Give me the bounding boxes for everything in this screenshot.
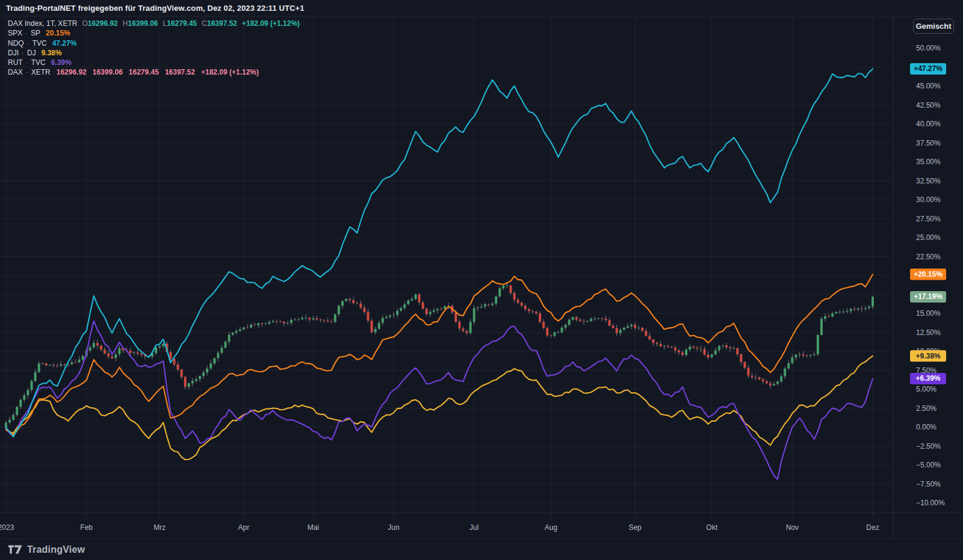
ohlc-letter: C xyxy=(202,19,207,28)
ohlc-value: 16397.52 xyxy=(207,19,237,28)
tradingview-wordmark: TradingView xyxy=(27,544,85,555)
ohlc-value: 16399.06 xyxy=(128,19,158,28)
price-tick-label: 22.50% xyxy=(916,253,941,261)
legend-row-rut[interactable]: RUT·TVC6.39% xyxy=(8,58,300,67)
price-badge-label: +20.15% xyxy=(914,270,943,278)
attribution-header: Trading-PortalNET freigegeben für Tradin… xyxy=(6,4,305,13)
percent-value: 20.15% xyxy=(46,29,70,37)
chart-canvas[interactable]: 50.00%47.50%45.00%42.50%40.00%37.50%35.0… xyxy=(0,0,963,560)
symbol-name: NDQ xyxy=(8,39,24,48)
exchange-name: SP xyxy=(31,29,40,37)
ohlc-value: 16279.45 xyxy=(129,68,159,76)
separator-dot: · xyxy=(23,68,31,76)
chart-legend: DAX Index, 1T, XETRO16296.92H16399.06L16… xyxy=(8,19,300,78)
symbol-name: SPX xyxy=(8,29,22,37)
time-tick-label: Jul xyxy=(469,523,478,532)
scale-mode-button[interactable]: Gemischt xyxy=(913,19,954,34)
price-tick-label: 30.00% xyxy=(916,195,941,204)
ohlc-value: 16279.45 xyxy=(167,19,197,28)
percent-value: 6.39% xyxy=(51,58,72,67)
legend-row-ndq[interactable]: NDQ·TVC47.27% xyxy=(8,38,300,48)
ohlc-value: 16296.92 xyxy=(57,68,87,76)
percent-value: 9.38% xyxy=(42,49,62,57)
time-tick-label: Apr xyxy=(238,523,250,532)
price-tick-label: −10.00% xyxy=(916,499,945,507)
ohlc-value: 16296.92 xyxy=(88,19,118,28)
change-value: +182.09 (+1.12%) xyxy=(242,19,300,28)
exchange-name: TVC xyxy=(33,39,47,48)
symbol-title: DAX Index, 1T, XETR xyxy=(8,19,77,28)
legend-row-spx[interactable]: SPX·SP20.15% xyxy=(8,28,300,38)
price-tick-label: 37.50% xyxy=(916,139,941,147)
price-tick-label: 5.00% xyxy=(916,385,937,393)
price-badge-label: +6.39% xyxy=(915,374,940,383)
price-tick-label: −2.50% xyxy=(916,442,941,451)
time-tick-label: Aug xyxy=(545,523,557,532)
tradingview-logo-icon xyxy=(8,545,22,554)
ohlc-letter: O xyxy=(82,19,87,28)
ohlc-value: 16397.52 xyxy=(165,68,195,76)
exchange-name: XETR xyxy=(31,68,51,76)
price-tick-label: −5.00% xyxy=(916,461,941,469)
separator-dot: · xyxy=(24,39,33,48)
time-tick-label: Okt xyxy=(706,523,717,532)
price-tick-label: 12.50% xyxy=(916,328,941,337)
change-value: +182.09 (+1.12%) xyxy=(201,68,259,76)
price-tick-label: 25.00% xyxy=(916,233,941,242)
price-tick-label: 27.50% xyxy=(916,215,941,223)
price-tick-label: 50.00% xyxy=(916,44,941,52)
price-tick-label: 40.00% xyxy=(916,120,941,128)
percent-value: 47.27% xyxy=(52,39,77,48)
price-tick-label: 45.00% xyxy=(916,82,941,90)
price-badge-label: +17.19% xyxy=(914,292,943,301)
time-tick-label: Sep xyxy=(628,523,642,532)
price-tick-label: 15.00% xyxy=(916,309,941,318)
time-tick-label: Nov xyxy=(786,523,799,532)
symbol-name: DAX xyxy=(8,68,23,76)
legend-row-dji[interactable]: DJI·DJ9.38% xyxy=(8,48,300,58)
price-tick-label: 42.50% xyxy=(916,101,941,109)
time-tick-label: Mai xyxy=(308,523,319,532)
time-tick-label: 2023 xyxy=(0,523,14,532)
legend-row-dax-values[interactable]: DAX·XETR16296.9216399.0616279.4516397.52… xyxy=(8,67,300,77)
price-badge-label: +47.27% xyxy=(914,64,943,73)
price-tick-label: 35.00% xyxy=(916,158,941,166)
time-tick-label: Dez xyxy=(866,523,879,532)
exchange-name: TVC xyxy=(31,58,46,67)
price-tick-label: 0.00% xyxy=(916,423,937,431)
time-tick-label: Mrz xyxy=(153,523,166,532)
price-tick-label: −7.50% xyxy=(916,480,941,488)
chart-background xyxy=(0,0,963,560)
separator-dot: · xyxy=(23,58,31,67)
price-tick-label: 32.50% xyxy=(916,177,941,185)
tradingview-logo-link[interactable]: TradingView xyxy=(8,544,85,555)
ohlc-value: 16399.06 xyxy=(93,68,123,76)
exchange-name: DJ xyxy=(27,49,36,57)
price-tick-label: 2.50% xyxy=(916,404,937,413)
legend-row-dax-main[interactable]: DAX Index, 1T, XETRO16296.92H16399.06L16… xyxy=(8,19,300,28)
footer-bar: TradingView xyxy=(0,539,963,560)
time-tick-label: Feb xyxy=(80,523,93,532)
time-tick-label: Jun xyxy=(388,523,399,532)
separator-dot: · xyxy=(22,29,31,37)
price-badge-label: +9.38% xyxy=(915,352,940,360)
symbol-name: DJI xyxy=(8,49,19,57)
separator-dot: · xyxy=(19,49,27,57)
symbol-name: RUT xyxy=(8,58,23,67)
